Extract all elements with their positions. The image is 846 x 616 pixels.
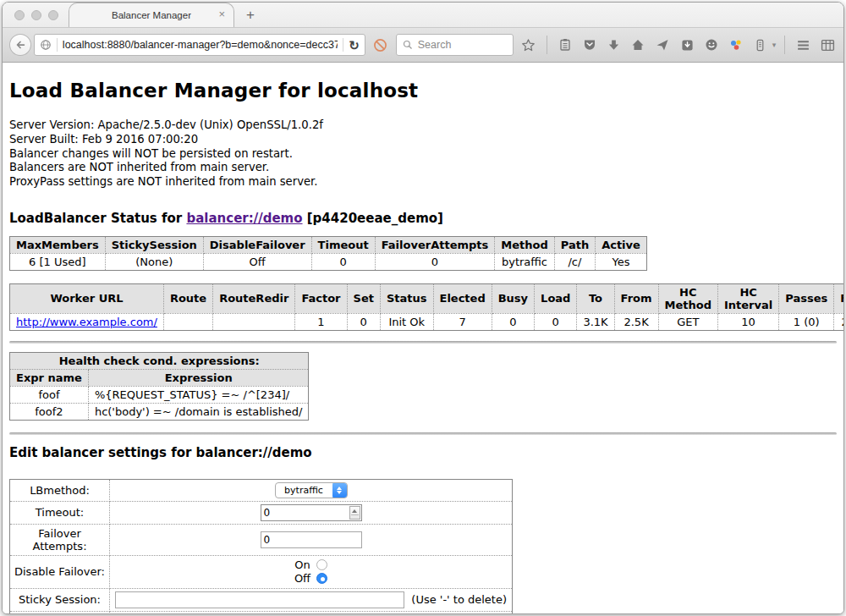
column-header: Elected <box>433 283 492 313</box>
menu-hamburger-icon[interactable] <box>794 36 812 54</box>
table-cell: foof <box>10 386 89 403</box>
column-header: From <box>614 283 658 313</box>
column-header: Path <box>554 236 595 253</box>
home-icon[interactable] <box>629 36 648 54</box>
column-header: Fails <box>834 283 843 313</box>
timeout-label: Timeout: <box>10 501 110 524</box>
page-title: Load Balancer Manager for localhost <box>9 63 837 102</box>
back-button[interactable] <box>9 34 31 56</box>
persist-note: Balancer changes will NOT be persisted o… <box>9 147 837 162</box>
disable-failover-label: Disable Failover: <box>10 555 110 588</box>
failover-attempts-input[interactable]: 0 <box>261 531 362 548</box>
table-cell: Yes <box>596 253 647 270</box>
column-header: Busy <box>492 283 534 313</box>
failover-attempts-label: Failover Attempts: <box>10 524 110 555</box>
table-title: Health check cond. expressions: <box>10 352 309 369</box>
column-header: RouteRedir <box>213 283 295 313</box>
table-cell: 2 (0) <box>834 313 843 330</box>
column-header: To <box>577 283 614 313</box>
navigation-toolbar: localhost:8880/balancer-manager?b=demo&n… <box>3 28 843 63</box>
zoom-window-button[interactable] <box>48 10 58 20</box>
notes-panel-icon[interactable] <box>751 36 770 54</box>
worker-status-table: Worker URLRouteRouteRedirFactorSetStatus… <box>9 283 843 331</box>
table-cell: 0 <box>492 313 534 330</box>
back-arrow-icon <box>14 39 26 51</box>
save-page-icon[interactable] <box>678 36 696 54</box>
table-cell <box>163 313 212 330</box>
server-version: Server Version: Apache/2.5.0-dev (Unix) … <box>9 118 837 133</box>
table-cell: 1 (0) <box>779 313 834 330</box>
table-row: http://www.example.com/10Init Ok7003.1K2… <box>10 313 844 330</box>
table-row: foof2hc('body') =~ /domain is establishe… <box>10 403 309 420</box>
extension-colordots-icon[interactable] <box>727 36 745 54</box>
new-tab-button[interactable]: + <box>234 7 265 27</box>
table-cell: GET <box>658 313 717 330</box>
radio-off-label: Off <box>294 572 310 586</box>
sticky-session-label: Sticky Session: <box>10 588 110 611</box>
table-cell: 10 <box>717 313 778 330</box>
send-tab-icon[interactable] <box>653 36 672 54</box>
toolbar-separator <box>784 36 785 54</box>
select-stepper-icon <box>332 482 347 498</box>
url-bar[interactable]: localhost:8880/balancer-manager?b=demo&n… <box>34 34 365 56</box>
divider <box>9 341 837 344</box>
tab-close-icon[interactable]: × <box>218 8 225 20</box>
column-header: StickySession <box>105 236 203 253</box>
reading-list-icon[interactable] <box>556 36 574 54</box>
lbmethod-value: bytraffic <box>276 485 332 496</box>
table-cell: 6 [1 Used] <box>10 253 106 270</box>
chevron-down-icon[interactable]: ▾ <box>772 41 777 49</box>
column-header: Expression <box>88 369 309 386</box>
column-header: Expr name <box>10 369 89 386</box>
status-heading-suffix: [p4420eeae_demo] <box>303 211 443 226</box>
tracking-blocked-icon[interactable] <box>371 36 390 54</box>
balancer-demo-link[interactable]: balancer://demo <box>186 211 302 226</box>
url-text[interactable]: localhost:8880/balancer-manager?b=demo&n… <box>63 39 338 51</box>
window-controls <box>14 10 58 20</box>
table-row: foof%{REQUEST_STATUS} =~ /^[234]/ <box>10 386 309 403</box>
globe-icon <box>40 39 52 51</box>
search-bar[interactable]: Search <box>396 34 514 56</box>
table-cell: %{REQUEST_STATUS} =~ /^[234]/ <box>88 386 309 403</box>
radio-on-label: On <box>294 558 310 572</box>
toolbar-separator <box>547 36 547 54</box>
table-cell: 7 <box>433 313 492 330</box>
loadbalancer-status-heading: LoadBalancer Status for balancer://demo … <box>9 211 837 226</box>
tab-balancer-manager[interactable]: Balancer Manager × <box>69 3 234 27</box>
timeout-input[interactable]: 0 <box>261 504 362 521</box>
worker-url-link[interactable]: http://www.example.com/ <box>16 316 157 328</box>
minimize-window-button[interactable] <box>31 10 41 20</box>
table-cell: (None) <box>105 253 203 270</box>
disable-failover-on-radio[interactable] <box>316 559 327 570</box>
failover-attempts-value: 0 <box>261 534 361 546</box>
sticky-session-hint: (Use '-' to delete) <box>411 593 507 606</box>
disable-failover-off-radio[interactable] <box>316 573 327 584</box>
feedback-smiley-icon[interactable] <box>702 36 721 54</box>
lbmethod-select[interactable]: bytraffic <box>275 482 348 498</box>
timeout-value: 0 <box>261 507 349 519</box>
table-cell: 3.1K <box>577 313 614 330</box>
reload-button[interactable]: ↻ <box>349 39 360 52</box>
balancer-settings-form: LBmethod: bytraffic Timeout: 0 <box>9 479 513 614</box>
column-header: Worker URL <box>10 283 164 313</box>
health-check-table: Health check cond. expressions:Expr name… <box>9 352 309 421</box>
inherit-note: Balancers are NOT inherited from main se… <box>9 161 837 175</box>
column-header: Active <box>596 236 647 253</box>
column-header: Factor <box>295 283 347 313</box>
search-placeholder: Search <box>418 39 452 51</box>
sticky-session-input[interactable] <box>115 591 404 608</box>
table-cell: Off <box>203 253 311 270</box>
page-content: Load Balancer Manager for localhost Serv… <box>3 63 843 614</box>
column-header: Status <box>380 283 433 313</box>
downloads-icon[interactable] <box>605 36 624 54</box>
table-cell: bytraffic <box>495 253 554 270</box>
bookmark-star-icon[interactable] <box>519 36 538 54</box>
server-built: Server Built: Feb 9 2016 07:00:20 <box>9 133 837 147</box>
divider <box>9 432 837 435</box>
number-spinner-icon[interactable] <box>349 506 360 520</box>
table-cell: Init Ok <box>380 313 433 330</box>
close-window-button[interactable] <box>14 10 25 20</box>
add-worker-label: Add New Worker: <box>10 611 110 614</box>
pocket-icon[interactable] <box>580 36 599 54</box>
tab-groups-icon[interactable] <box>818 36 837 54</box>
